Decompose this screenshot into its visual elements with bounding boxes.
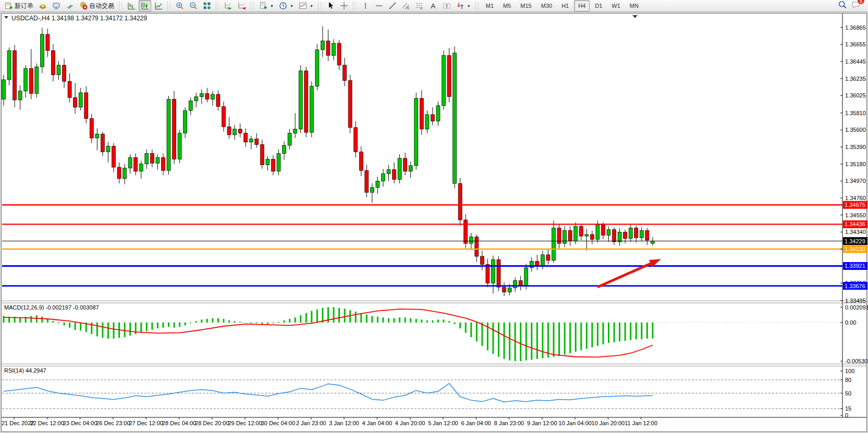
price-tick-label: 1.33495 <box>845 298 866 304</box>
crosshair-button[interactable] <box>338 0 350 11</box>
candle <box>178 130 181 163</box>
timeframe-button-tf-d1[interactable]: D1 <box>591 0 606 11</box>
terminal-button[interactable] <box>50 0 63 11</box>
equidistant-channel-button[interactable]: E <box>400 0 412 11</box>
market-watch-button[interactable] <box>36 0 49 11</box>
toolbar-separator <box>475 2 479 10</box>
auto-trading-button[interactable]: 自动交易 <box>77 0 116 11</box>
zoom-out-icon <box>189 2 198 10</box>
candle <box>447 48 451 102</box>
price-badge-label: 1.34130 <box>845 246 865 252</box>
trendline-button[interactable] <box>386 0 399 11</box>
price-tick-label: 1.36655 <box>845 41 866 47</box>
time-tick-label: 4 Jan 20:00 <box>395 420 425 426</box>
toolbar-separator <box>251 2 254 10</box>
candle <box>40 28 44 73</box>
time-tick-label: 10 Jan 04:00 <box>558 420 592 426</box>
timeframe-button-tf-m15[interactable]: M15 <box>516 0 535 11</box>
time-tick-label: 2 Jan 23:00 <box>296 420 326 426</box>
notifications-button[interactable]: 1 <box>851 0 861 11</box>
timeframe-button-tf-mn[interactable]: MN <box>626 0 643 11</box>
main-toolbar: 新订单自动交易▼▼▼EFAT▼M1M5M15M30H1H4D1W1MN1 <box>0 0 868 12</box>
chevron-down-icon[interactable]: ▼ <box>290 4 294 8</box>
arrows-icon <box>456 2 464 10</box>
candle <box>299 65 302 133</box>
candle <box>442 51 446 110</box>
arrows-button[interactable]: ▼ <box>454 0 473 11</box>
clock-icon <box>279 2 287 10</box>
notification-badge: 1 <box>858 0 864 4</box>
timeframe-button-tf-m30[interactable]: M30 <box>537 0 556 11</box>
candle <box>7 47 11 85</box>
timeframe-button-tf-h4[interactable]: H4 <box>574 0 590 11</box>
timeframe-button-tf-m5[interactable]: M5 <box>499 0 515 11</box>
candle <box>458 178 462 226</box>
cursor-button[interactable] <box>324 0 337 11</box>
fibo-icon: F <box>415 2 424 10</box>
template-icon <box>299 2 307 10</box>
line-chart-button[interactable] <box>152 0 165 11</box>
time-tick-label: 22 Dec 12:00 <box>30 420 64 426</box>
new-order-label: 新订单 <box>15 2 33 10</box>
zoom-in-button[interactable] <box>174 0 186 11</box>
tf-m30-label: M30 <box>541 3 552 9</box>
terminal-icon <box>52 2 60 10</box>
candle <box>315 44 319 91</box>
rsi-scale-label: 100 <box>845 368 854 374</box>
time-tick-label: 4 Jan 04:00 <box>362 420 393 426</box>
indicators-button[interactable]: ▼ <box>257 0 276 11</box>
search-button[interactable] <box>838 0 847 11</box>
new-order-icon <box>5 2 13 10</box>
zoom-in-icon <box>176 2 184 10</box>
tf-d1-label: D1 <box>595 3 602 9</box>
price-tick-label: 1.35810 <box>845 110 866 116</box>
vertical-line-button[interactable] <box>359 0 372 11</box>
time-tick-label: 5 Jan 12:00 <box>428 420 458 426</box>
rsi-scale-label: 80 <box>845 377 851 383</box>
chart-candles-icon <box>141 2 149 10</box>
macd-scale-label: 0.00 <box>845 319 856 326</box>
toolbar-separator <box>216 2 219 10</box>
bar-chart-button[interactable] <box>125 0 138 11</box>
text-label-button[interactable]: T <box>441 0 453 11</box>
svg-text:F: F <box>420 7 422 10</box>
horizontal-line-button[interactable] <box>373 0 385 11</box>
candlestick-chart-button[interactable] <box>139 0 151 11</box>
price-tick-label: 1.35180 <box>845 161 866 167</box>
tf-h4-label: H4 <box>578 3 585 9</box>
macd-scale-label: -0.005303 <box>845 358 868 364</box>
timeframe-button-tf-w1[interactable]: W1 <box>607 0 625 11</box>
chart-shift-button[interactable] <box>236 0 248 11</box>
rsi-indicator-label: RSI(14) 44.2947 <box>4 367 46 374</box>
periods-button[interactable]: ▼ <box>277 0 296 11</box>
time-tick-label: 6 Jan 04:00 <box>461 420 491 426</box>
templates-button[interactable]: ▼ <box>297 0 315 11</box>
price-badge-label: 1.34436 <box>845 221 865 227</box>
price-tick-label: 1.34760 <box>845 195 866 201</box>
auto-trading-label: 自动交易 <box>89 2 114 10</box>
svg-text:E: E <box>407 6 410 10</box>
search-icon <box>838 2 847 11</box>
text-button[interactable]: A <box>427 0 439 11</box>
timeframe-button-tf-m1[interactable]: M1 <box>482 0 498 11</box>
timeframe-button-tf-h1[interactable]: H1 <box>557 0 573 11</box>
tf-mn-label: MN <box>630 3 639 9</box>
signals-button[interactable] <box>64 0 76 11</box>
auto-scroll-button[interactable] <box>222 0 235 11</box>
chevron-down-icon[interactable]: ▼ <box>467 4 471 8</box>
candle <box>35 64 39 97</box>
time-tick-label: 28 Dec 20:00 <box>195 420 229 426</box>
chart-canvas[interactable]: 1.368651.366551.364451.362351.360251.358… <box>0 12 868 433</box>
fibonacci-button[interactable]: F <box>413 0 426 11</box>
chevron-down-icon[interactable]: ▼ <box>270 4 274 8</box>
price-tick-label: 1.36445 <box>845 58 866 65</box>
zoom-out-button[interactable] <box>187 0 200 11</box>
trendline-icon <box>388 2 397 10</box>
chevron-down-icon[interactable]: ▼ <box>310 4 313 8</box>
price-tick-label: 1.34970 <box>845 178 866 184</box>
candle <box>173 91 176 164</box>
new-order-button[interactable]: 新订单 <box>3 0 35 11</box>
tile-windows-button[interactable] <box>201 0 213 11</box>
time-tick-label: 21 Dec 2022 <box>2 420 34 426</box>
rsi-scale-label: 50 <box>845 390 851 397</box>
